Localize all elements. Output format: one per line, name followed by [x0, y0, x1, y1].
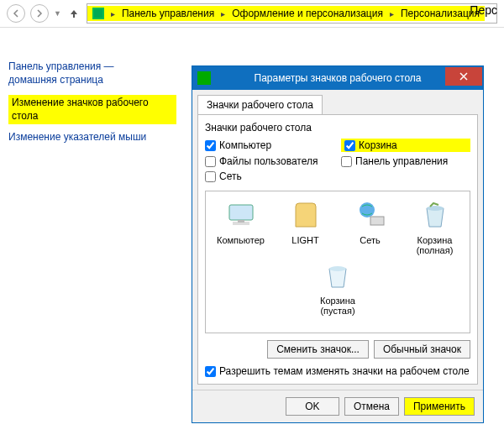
dropdown-icon[interactable]: ▼ — [54, 9, 61, 18]
svg-rect-1 — [229, 205, 253, 220]
svg-rect-0 — [94, 9, 102, 18]
icon-recycle-bin-empty[interactable]: Корзина(пустая) — [307, 259, 368, 316]
control-panel-icon — [92, 8, 104, 19]
sidebar-change-pointers[interactable]: Изменение указателей мыши — [8, 131, 176, 144]
back-button[interactable] — [7, 4, 25, 23]
cancel-button[interactable]: Отмена — [344, 397, 399, 416]
dialog-title: Параметры значков рабочего стола — [218, 72, 483, 84]
crumb-2[interactable]: Оформление и персонализация — [232, 8, 383, 19]
desktop-icons-dialog: Параметры значков рабочего стола Значки … — [192, 65, 484, 423]
crumb-3[interactable]: Персонализация — [401, 8, 480, 19]
default-icon-button[interactable]: Обычный значок — [374, 340, 470, 359]
nav-row: ▼ ▸Панель управления▸Оформление и персон… — [0, 0, 504, 28]
checkbox-network[interactable]: Сеть — [205, 170, 334, 182]
icon-computer[interactable]: Компьютер — [211, 198, 271, 255]
svg-point-7 — [329, 266, 346, 271]
checkbox-control-panel[interactable]: Панель управления — [341, 155, 470, 167]
dialog-titlebar[interactable]: Параметры значков рабочего стола — [192, 66, 483, 90]
sidebar: Панель управления —домашняя страница Изм… — [8, 60, 176, 144]
up-button[interactable] — [66, 6, 81, 21]
icon-network[interactable]: Сеть — [340, 198, 401, 255]
svg-rect-3 — [238, 220, 244, 223]
breadcrumb[interactable]: ▸Панель управления▸Оформление и персонал… — [87, 3, 497, 24]
ok-button[interactable]: OK — [286, 397, 339, 416]
icon-preview-box: Компьютер LIGHT Сеть Корзина(полная) Кор… — [205, 191, 470, 333]
crumb-1[interactable]: Панель управления — [122, 8, 214, 19]
icon-button-row: Сменить значок... Обычный значок — [205, 340, 470, 359]
svg-point-6 — [427, 206, 444, 211]
sidebar-change-icons[interactable]: Изменение значков рабочегостола — [8, 95, 176, 124]
forward-button[interactable] — [30, 4, 49, 23]
icon-light[interactable]: LIGHT — [276, 198, 336, 255]
checkbox-user-files[interactable]: Файлы пользователя — [205, 155, 334, 167]
tab-desktop-icons[interactable]: Значки рабочего стола — [197, 95, 323, 114]
dialog-footer: OK Отмена Применить — [192, 390, 483, 422]
checkbox-recycle-bin[interactable]: Корзина — [341, 139, 470, 152]
tab-body: Значки рабочего стола Компьютер Корзина … — [197, 114, 478, 385]
sidebar-home-link[interactable]: Панель управления —домашняя страница — [8, 60, 176, 86]
close-button[interactable] — [445, 67, 482, 86]
allow-themes-checkbox[interactable]: Разрешить темам изменять значки на рабоч… — [205, 365, 470, 377]
dialog-icon — [197, 71, 211, 85]
apply-button[interactable]: Применить — [404, 397, 475, 416]
tab-strip: Значки рабочего стола — [192, 90, 483, 114]
window-title: Перс — [470, 3, 497, 17]
change-icon-button[interactable]: Сменить значок... — [267, 340, 369, 359]
group-label: Значки рабочего стола — [205, 122, 470, 134]
checkbox-grid: Компьютер Корзина Файлы пользователя Пан… — [205, 139, 470, 182]
svg-rect-5 — [370, 217, 384, 225]
checkbox-computer[interactable]: Компьютер — [205, 139, 334, 152]
icon-recycle-bin-full[interactable]: Корзина(полная) — [405, 198, 465, 255]
